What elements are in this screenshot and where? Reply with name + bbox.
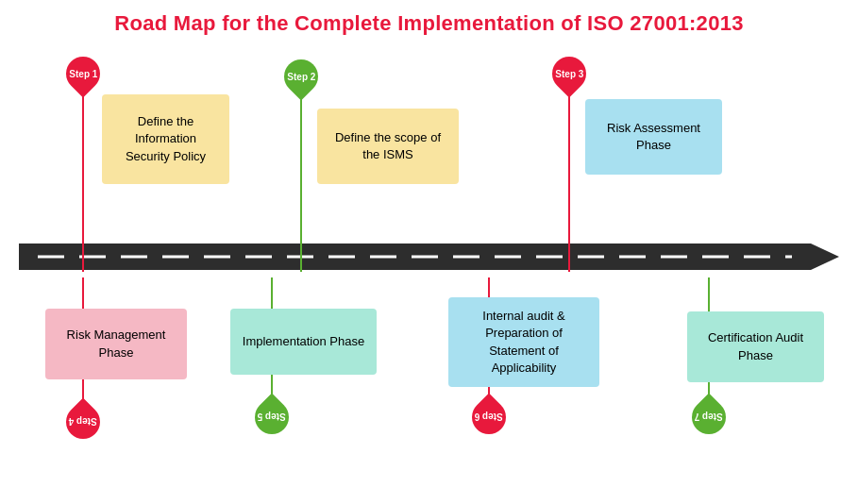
box-step6: Internal audit & Preparation of Statemen… xyxy=(448,297,599,387)
box-step4: Risk Management Phase xyxy=(45,309,187,379)
step1-circle: Step 1 xyxy=(59,50,108,98)
step4-circle: Step 4 xyxy=(59,398,108,446)
step5-circle: Step 5 xyxy=(248,394,296,442)
step2-stem xyxy=(300,93,302,272)
step2-circle: Step 2 xyxy=(278,53,326,101)
box-step3: Risk Assessment Phase xyxy=(585,99,722,175)
road xyxy=(19,236,839,277)
pin-step3: Step 3 xyxy=(552,57,586,272)
box-step5: Implementation Phase xyxy=(230,309,377,375)
step6-circle: Step 6 xyxy=(465,394,513,442)
page-title: Road Map for the Complete Implementation… xyxy=(0,0,858,36)
box-step1: Define the Information Security Policy xyxy=(102,94,229,184)
road-dashes xyxy=(38,256,792,259)
pin-step2: Step 2 xyxy=(284,59,318,272)
box-step2: Define the scope of the ISMS xyxy=(317,109,459,184)
step7-circle: Step 7 xyxy=(685,394,733,442)
pin-step1: Step 1 xyxy=(66,57,100,272)
step3-circle: Step 3 xyxy=(546,50,594,98)
box-step7: Certification Audit Phase xyxy=(687,311,824,382)
step3-stem xyxy=(568,91,570,272)
step1-stem xyxy=(82,91,84,272)
